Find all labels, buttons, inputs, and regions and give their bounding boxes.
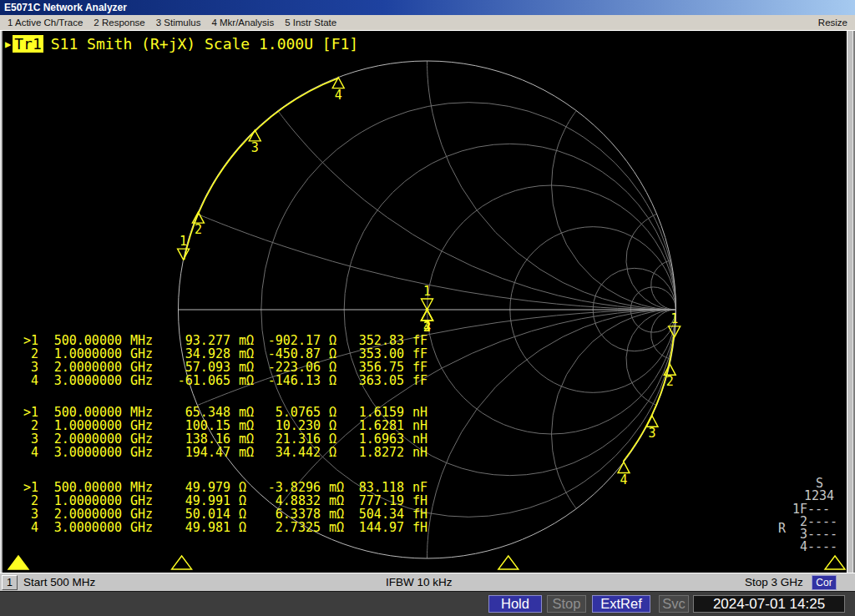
stop-button[interactable]: Stop (547, 595, 586, 613)
marker-table-cell: 1.0000000 (38, 347, 122, 361)
marker-table-cell: mΩ (230, 347, 262, 361)
marker-table-cell: Ω (321, 432, 346, 446)
marker-table-row: >1500.00000MHz65.348mΩ5.0765Ω1.6159nH (20, 406, 433, 419)
trace-name-badge[interactable]: Tr1 (13, 35, 43, 53)
marker-table-cell: -61.065 (159, 374, 230, 387)
marker-table-row: 43.0000000GHz-61.065mΩ-146.13Ω363.05fF (20, 374, 433, 387)
menu-mkr-analysis[interactable]: 4 Mkr/Analysis (211, 18, 274, 28)
marker-table-cell: GHz (122, 446, 159, 459)
stop-frequency-label: Stop 3 GHz (745, 576, 803, 588)
marker-table-cell: 34.928 (159, 347, 230, 361)
marker-table-cell: 2 (20, 494, 38, 507)
marker-table-cell: Ω (230, 507, 262, 521)
menu-active-ch-trace[interactable]: 1 Active Ch/Trace (8, 18, 83, 28)
marker-table-cell: 500.00000 (38, 334, 122, 347)
marker-table-cell: Ω (321, 419, 346, 432)
marker-table-row: 21.0000000GHz34.928mΩ-450.87Ω353.00fF (20, 347, 433, 361)
marker-table-cell: MHz (122, 334, 159, 347)
marker-table-cell: 2.0000000 (38, 361, 122, 374)
marker-table-cell: 2 (20, 419, 38, 432)
channel-number-box[interactable]: 1 (2, 575, 18, 590)
marker-table-cell: MHz (122, 481, 159, 494)
menu-bar: 1 Active Ch/Trace 2 Response 3 Stimulus … (0, 15, 855, 31)
marker-table-cell: 65.348 (159, 406, 230, 419)
menu-response[interactable]: 2 Response (94, 18, 144, 28)
marker-table-cell: mΩ (230, 361, 262, 374)
marker-table-cell: Ω (321, 361, 346, 374)
marker-table-cell: >1 (20, 334, 38, 347)
smith-grid-line (552, 111, 676, 310)
marker-3-label: 3 (648, 426, 655, 441)
marker-table-cell: mΩ (230, 446, 262, 459)
stimulus-marker (8, 556, 28, 569)
stimulus-marker (498, 556, 519, 569)
status-trace4-row: 4---- (800, 541, 837, 553)
marker-table-cell: Ω (321, 446, 346, 459)
marker-table-cell: GHz (122, 494, 159, 507)
hold-button[interactable]: Hold (488, 595, 542, 613)
instrument-state-bar: Hold Stop ExtRef Svc 2024-07-01 14:25 (0, 591, 855, 616)
marker-table-cell: Ω (230, 481, 262, 494)
active-trace-arrow-icon: ▶ (5, 38, 11, 50)
marker-table-cell: GHz (122, 361, 159, 374)
marker-table-cell: 21.316 (262, 432, 321, 446)
marker-table-cell: 10.230 (262, 419, 321, 432)
marker-table-cell: mΩ (321, 494, 346, 507)
marker-3-label: 3 (251, 140, 259, 155)
marker-1-label: 1 (423, 284, 431, 299)
marker-table-cell: 356.75 (346, 361, 404, 374)
menu-instr-state[interactable]: 5 Instr State (285, 18, 336, 28)
marker-table-cell: -902.17 (262, 334, 321, 347)
marker-table: >1500.00000MHz65.348mΩ5.0765Ω1.6159nH21.… (20, 406, 433, 459)
status-port-numbers: 1234 (804, 490, 834, 502)
marker-table-cell: 3.0000000 (38, 521, 122, 534)
marker-table-row: 21.0000000GHz49.991Ω4.8832mΩ777.19fH (20, 494, 433, 507)
marker-2-label: 2 (666, 374, 674, 389)
marker-table-cell: 4 (20, 374, 38, 387)
softkey-edge-strip[interactable] (847, 31, 855, 573)
trace-params: S11 Smith (R+jX) Scale 1.000U [F1] (51, 35, 358, 53)
resize-control[interactable]: Resize (818, 18, 847, 28)
marker-table-cell: 363.05 (346, 374, 404, 387)
marker-table-cell: Ω (230, 521, 262, 534)
marker-table-cell: fF (404, 334, 433, 347)
marker-table-cell: GHz (122, 521, 159, 534)
marker-table-cell: mΩ (230, 374, 262, 387)
marker-table-cell: 353.00 (346, 347, 404, 361)
marker-table-cell: 6.3378 (262, 507, 321, 521)
marker-table-cell: 1.6159 (346, 406, 404, 419)
marker-table-cell: GHz (122, 374, 159, 387)
marker-table-cell: fF (404, 361, 433, 374)
marker-table-cell: 138.16 (159, 432, 230, 446)
status-bar: 1 Start 500 MHz IFBW 10 kHz Stop 3 GHz C… (0, 573, 855, 591)
marker-table-cell: MHz (122, 406, 159, 419)
marker-table-row: 21.0000000GHz100.15mΩ10.230Ω1.6281nH (20, 419, 433, 432)
correction-badge: Cor (812, 575, 837, 590)
marker-table-row: 43.0000000GHz194.47mΩ34.442Ω1.8272nH (20, 446, 433, 459)
marker-table-cell: 3 (20, 432, 38, 446)
status-receiver-label: R (778, 523, 786, 535)
marker-table-cell: fH (404, 521, 433, 534)
series-capacitor-s11-trace (623, 337, 674, 462)
ifbw-label: IFBW 10 kHz (386, 576, 453, 588)
marker-table-cell: 1.8272 (346, 446, 404, 459)
marker-table-cell: nH (404, 432, 433, 446)
extref-button[interactable]: ExtRef (592, 595, 650, 613)
marker-table-cell: 2.0000000 (38, 432, 122, 446)
stimulus-marker (172, 556, 192, 569)
marker-table-cell: fH (404, 507, 433, 521)
marker-table-cell: 83.118 (346, 481, 404, 494)
marker-table-cell: mΩ (321, 481, 346, 494)
marker-table-cell: Ω (230, 494, 262, 507)
marker-table-cell: 4 (20, 521, 38, 534)
marker-table-cell: fF (404, 347, 433, 361)
marker-table-cell: >1 (20, 406, 38, 419)
trace-title[interactable]: ▶ Tr1 S11 Smith (R+jX) Scale 1.000U [F1] (5, 35, 358, 53)
svc-button[interactable]: Svc (659, 595, 689, 613)
menu-stimulus[interactable]: 3 Stimulus (156, 18, 201, 28)
marker-table-row: 32.0000000GHz50.014Ω6.3378mΩ504.34fH (20, 507, 433, 521)
marker-table-row: 32.0000000GHz138.16mΩ21.316Ω1.6963nH (20, 432, 433, 446)
marker-table-row: >1500.00000MHz93.277mΩ-902.17Ω352.83fF (20, 334, 433, 347)
marker-table-cell: mΩ (230, 406, 262, 419)
marker-table-cell: 500.00000 (38, 481, 122, 494)
